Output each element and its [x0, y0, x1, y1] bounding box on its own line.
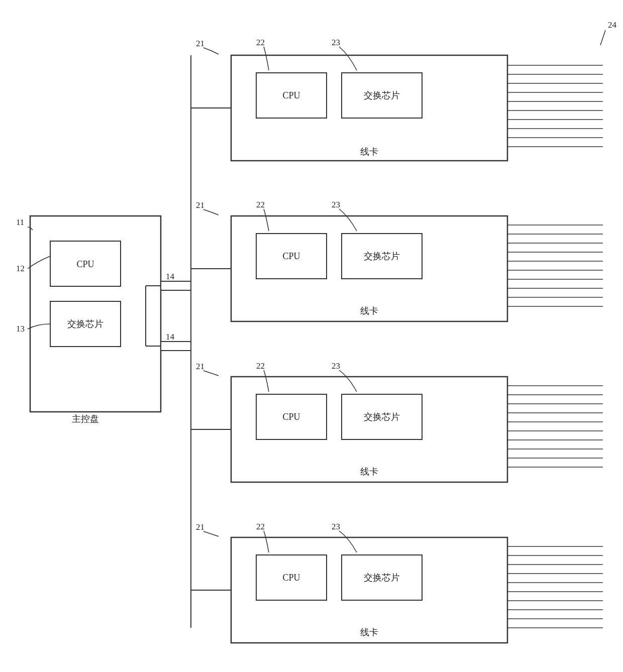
lc4-cpu-label: CPU	[282, 573, 300, 583]
ref-14-top: 14	[166, 272, 175, 281]
ref-23-lc4: 23	[332, 522, 340, 531]
lc3-switch-label: 交换芯片	[364, 412, 400, 422]
ref-21-lc4: 21	[196, 522, 204, 532]
lc1-cpu-label: CPU	[282, 90, 300, 100]
ref-12: 12	[16, 264, 25, 273]
lc3-card-label: 线卡	[360, 467, 378, 477]
lc3-cpu-label: CPU	[282, 412, 300, 422]
main-board-label: 主控盘	[72, 414, 99, 424]
lc4-card-label: 线卡	[360, 627, 378, 637]
ref-14-bottom: 14	[166, 332, 175, 342]
ref-24: 24	[608, 20, 617, 30]
main-cpu-label: CPU	[76, 259, 94, 269]
svg-rect-3	[161, 281, 191, 290]
ref-23-lc1: 23	[332, 38, 340, 47]
ref-23-lc2: 23	[332, 200, 340, 209]
lc1-card-label: 线卡	[360, 147, 378, 157]
diagram-container: CPU 交换芯片 主控盘 11 12 13 14 14 CPU 交换芯片 线卡	[0, 0, 623, 672]
ref-23-lc3: 23	[332, 361, 340, 371]
ref-21-lc3: 21	[196, 362, 204, 371]
ref-22-lc2: 22	[256, 200, 265, 209]
lc2-card-label: 线卡	[360, 306, 378, 316]
svg-rect-4	[161, 342, 191, 351]
ref-21-lc2: 21	[196, 200, 204, 210]
ref-22-lc1: 22	[256, 38, 265, 47]
lc2-switch-label: 交换芯片	[364, 251, 400, 261]
main-switch-chip-label: 交换芯片	[67, 319, 103, 329]
lc2-cpu-label: CPU	[282, 251, 300, 261]
ref-21-lc1: 21	[196, 39, 204, 48]
ref-22-lc4: 22	[256, 522, 265, 531]
ref-11: 11	[16, 217, 24, 227]
ref-13: 13	[16, 324, 25, 333]
lc4-switch-label: 交换芯片	[364, 573, 400, 583]
ref-22-lc3: 22	[256, 361, 265, 371]
lc1-switch-label: 交换芯片	[364, 90, 400, 100]
